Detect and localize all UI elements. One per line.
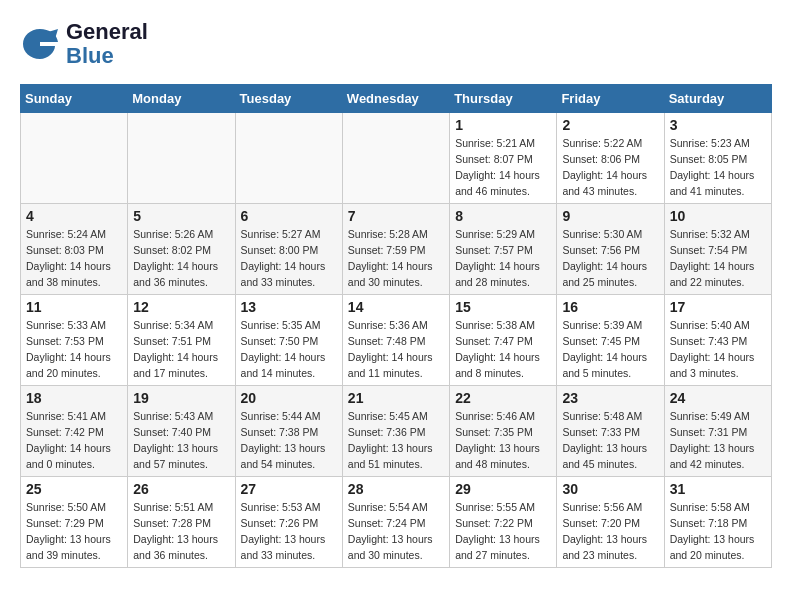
day-info: Sunrise: 5:32 AM Sunset: 7:54 PM Dayligh… bbox=[670, 227, 766, 290]
day-info: Sunrise: 5:26 AM Sunset: 8:02 PM Dayligh… bbox=[133, 227, 229, 290]
calendar-week-row: 18Sunrise: 5:41 AM Sunset: 7:42 PM Dayli… bbox=[21, 386, 772, 477]
weekday-header: Saturday bbox=[664, 85, 771, 113]
day-info: Sunrise: 5:35 AM Sunset: 7:50 PM Dayligh… bbox=[241, 318, 337, 381]
day-number: 5 bbox=[133, 208, 229, 224]
calendar-cell: 15Sunrise: 5:38 AM Sunset: 7:47 PM Dayli… bbox=[450, 295, 557, 386]
day-info: Sunrise: 5:34 AM Sunset: 7:51 PM Dayligh… bbox=[133, 318, 229, 381]
day-number: 15 bbox=[455, 299, 551, 315]
calendar-cell: 14Sunrise: 5:36 AM Sunset: 7:48 PM Dayli… bbox=[342, 295, 449, 386]
calendar-cell: 19Sunrise: 5:43 AM Sunset: 7:40 PM Dayli… bbox=[128, 386, 235, 477]
day-number: 6 bbox=[241, 208, 337, 224]
calendar-cell: 16Sunrise: 5:39 AM Sunset: 7:45 PM Dayli… bbox=[557, 295, 664, 386]
day-number: 20 bbox=[241, 390, 337, 406]
logo-icon bbox=[20, 24, 60, 64]
calendar-cell: 13Sunrise: 5:35 AM Sunset: 7:50 PM Dayli… bbox=[235, 295, 342, 386]
weekday-header: Thursday bbox=[450, 85, 557, 113]
day-info: Sunrise: 5:41 AM Sunset: 7:42 PM Dayligh… bbox=[26, 409, 122, 472]
calendar-cell: 2Sunrise: 5:22 AM Sunset: 8:06 PM Daylig… bbox=[557, 113, 664, 204]
day-info: Sunrise: 5:56 AM Sunset: 7:20 PM Dayligh… bbox=[562, 500, 658, 563]
calendar-week-row: 25Sunrise: 5:50 AM Sunset: 7:29 PM Dayli… bbox=[21, 477, 772, 568]
calendar-cell: 3Sunrise: 5:23 AM Sunset: 8:05 PM Daylig… bbox=[664, 113, 771, 204]
day-number: 28 bbox=[348, 481, 444, 497]
day-info: Sunrise: 5:24 AM Sunset: 8:03 PM Dayligh… bbox=[26, 227, 122, 290]
calendar-cell: 24Sunrise: 5:49 AM Sunset: 7:31 PM Dayli… bbox=[664, 386, 771, 477]
day-info: Sunrise: 5:33 AM Sunset: 7:53 PM Dayligh… bbox=[26, 318, 122, 381]
calendar-cell: 31Sunrise: 5:58 AM Sunset: 7:18 PM Dayli… bbox=[664, 477, 771, 568]
calendar-cell: 25Sunrise: 5:50 AM Sunset: 7:29 PM Dayli… bbox=[21, 477, 128, 568]
day-info: Sunrise: 5:39 AM Sunset: 7:45 PM Dayligh… bbox=[562, 318, 658, 381]
day-number: 1 bbox=[455, 117, 551, 133]
calendar-cell: 27Sunrise: 5:53 AM Sunset: 7:26 PM Dayli… bbox=[235, 477, 342, 568]
day-number: 13 bbox=[241, 299, 337, 315]
calendar-cell: 11Sunrise: 5:33 AM Sunset: 7:53 PM Dayli… bbox=[21, 295, 128, 386]
day-number: 23 bbox=[562, 390, 658, 406]
header: General Blue bbox=[20, 20, 772, 68]
weekday-header: Tuesday bbox=[235, 85, 342, 113]
logo: General Blue bbox=[20, 20, 148, 68]
day-number: 27 bbox=[241, 481, 337, 497]
day-number: 8 bbox=[455, 208, 551, 224]
calendar-cell: 22Sunrise: 5:46 AM Sunset: 7:35 PM Dayli… bbox=[450, 386, 557, 477]
page: General Blue SundayMondayTuesdayWednesda… bbox=[0, 0, 792, 588]
day-info: Sunrise: 5:40 AM Sunset: 7:43 PM Dayligh… bbox=[670, 318, 766, 381]
day-number: 30 bbox=[562, 481, 658, 497]
calendar-cell bbox=[342, 113, 449, 204]
calendar-cell bbox=[21, 113, 128, 204]
day-info: Sunrise: 5:44 AM Sunset: 7:38 PM Dayligh… bbox=[241, 409, 337, 472]
day-info: Sunrise: 5:48 AM Sunset: 7:33 PM Dayligh… bbox=[562, 409, 658, 472]
day-info: Sunrise: 5:30 AM Sunset: 7:56 PM Dayligh… bbox=[562, 227, 658, 290]
day-info: Sunrise: 5:58 AM Sunset: 7:18 PM Dayligh… bbox=[670, 500, 766, 563]
day-info: Sunrise: 5:54 AM Sunset: 7:24 PM Dayligh… bbox=[348, 500, 444, 563]
calendar-cell bbox=[235, 113, 342, 204]
day-number: 24 bbox=[670, 390, 766, 406]
day-info: Sunrise: 5:55 AM Sunset: 7:22 PM Dayligh… bbox=[455, 500, 551, 563]
calendar-cell: 5Sunrise: 5:26 AM Sunset: 8:02 PM Daylig… bbox=[128, 204, 235, 295]
day-info: Sunrise: 5:23 AM Sunset: 8:05 PM Dayligh… bbox=[670, 136, 766, 199]
calendar-cell: 18Sunrise: 5:41 AM Sunset: 7:42 PM Dayli… bbox=[21, 386, 128, 477]
calendar-cell: 30Sunrise: 5:56 AM Sunset: 7:20 PM Dayli… bbox=[557, 477, 664, 568]
calendar-week-row: 11Sunrise: 5:33 AM Sunset: 7:53 PM Dayli… bbox=[21, 295, 772, 386]
weekday-header: Wednesday bbox=[342, 85, 449, 113]
day-number: 11 bbox=[26, 299, 122, 315]
calendar-cell: 1Sunrise: 5:21 AM Sunset: 8:07 PM Daylig… bbox=[450, 113, 557, 204]
calendar-cell: 20Sunrise: 5:44 AM Sunset: 7:38 PM Dayli… bbox=[235, 386, 342, 477]
day-number: 4 bbox=[26, 208, 122, 224]
day-info: Sunrise: 5:27 AM Sunset: 8:00 PM Dayligh… bbox=[241, 227, 337, 290]
calendar-cell: 21Sunrise: 5:45 AM Sunset: 7:36 PM Dayli… bbox=[342, 386, 449, 477]
day-number: 3 bbox=[670, 117, 766, 133]
calendar-cell: 26Sunrise: 5:51 AM Sunset: 7:28 PM Dayli… bbox=[128, 477, 235, 568]
day-info: Sunrise: 5:46 AM Sunset: 7:35 PM Dayligh… bbox=[455, 409, 551, 472]
calendar-table: SundayMondayTuesdayWednesdayThursdayFrid… bbox=[20, 84, 772, 568]
weekday-header: Monday bbox=[128, 85, 235, 113]
day-number: 10 bbox=[670, 208, 766, 224]
day-number: 9 bbox=[562, 208, 658, 224]
calendar-cell: 10Sunrise: 5:32 AM Sunset: 7:54 PM Dayli… bbox=[664, 204, 771, 295]
day-number: 22 bbox=[455, 390, 551, 406]
weekday-header: Sunday bbox=[21, 85, 128, 113]
day-info: Sunrise: 5:50 AM Sunset: 7:29 PM Dayligh… bbox=[26, 500, 122, 563]
calendar-cell: 7Sunrise: 5:28 AM Sunset: 7:59 PM Daylig… bbox=[342, 204, 449, 295]
day-number: 14 bbox=[348, 299, 444, 315]
day-number: 21 bbox=[348, 390, 444, 406]
day-info: Sunrise: 5:38 AM Sunset: 7:47 PM Dayligh… bbox=[455, 318, 551, 381]
day-info: Sunrise: 5:49 AM Sunset: 7:31 PM Dayligh… bbox=[670, 409, 766, 472]
day-number: 16 bbox=[562, 299, 658, 315]
calendar-cell bbox=[128, 113, 235, 204]
calendar-cell: 29Sunrise: 5:55 AM Sunset: 7:22 PM Dayli… bbox=[450, 477, 557, 568]
day-info: Sunrise: 5:29 AM Sunset: 7:57 PM Dayligh… bbox=[455, 227, 551, 290]
calendar-header-row: SundayMondayTuesdayWednesdayThursdayFrid… bbox=[21, 85, 772, 113]
day-info: Sunrise: 5:53 AM Sunset: 7:26 PM Dayligh… bbox=[241, 500, 337, 563]
day-number: 19 bbox=[133, 390, 229, 406]
day-info: Sunrise: 5:51 AM Sunset: 7:28 PM Dayligh… bbox=[133, 500, 229, 563]
calendar-cell: 8Sunrise: 5:29 AM Sunset: 7:57 PM Daylig… bbox=[450, 204, 557, 295]
day-number: 31 bbox=[670, 481, 766, 497]
day-number: 17 bbox=[670, 299, 766, 315]
calendar-cell: 9Sunrise: 5:30 AM Sunset: 7:56 PM Daylig… bbox=[557, 204, 664, 295]
calendar-week-row: 4Sunrise: 5:24 AM Sunset: 8:03 PM Daylig… bbox=[21, 204, 772, 295]
calendar-cell: 12Sunrise: 5:34 AM Sunset: 7:51 PM Dayli… bbox=[128, 295, 235, 386]
day-number: 12 bbox=[133, 299, 229, 315]
day-number: 25 bbox=[26, 481, 122, 497]
day-number: 2 bbox=[562, 117, 658, 133]
calendar-cell: 6Sunrise: 5:27 AM Sunset: 8:00 PM Daylig… bbox=[235, 204, 342, 295]
day-number: 18 bbox=[26, 390, 122, 406]
